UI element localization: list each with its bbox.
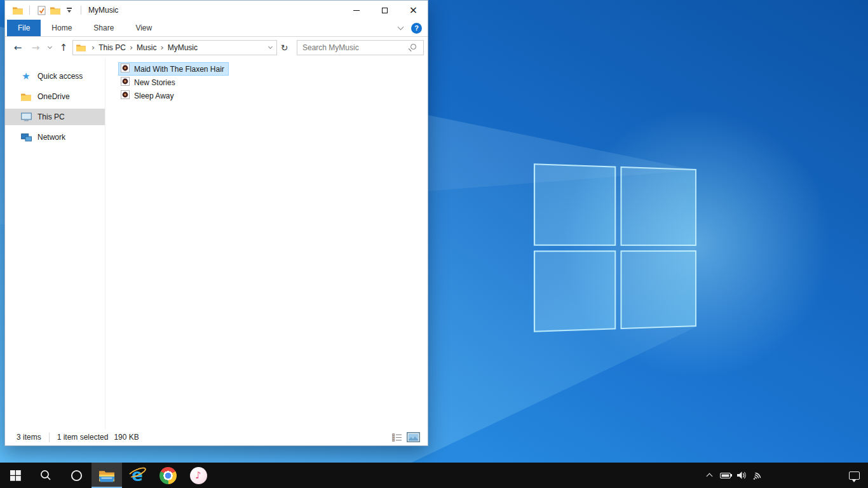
customize-line-icon xyxy=(67,8,72,9)
up-button[interactable]: ↑ xyxy=(55,39,72,56)
status-item-count: 3 items xyxy=(17,433,41,442)
qat-customize-button[interactable] xyxy=(62,3,76,17)
forward-button[interactable]: → xyxy=(27,39,44,56)
sidebar-item-label: Network xyxy=(37,133,65,142)
windows-logo xyxy=(534,163,696,332)
maximize-button[interactable] xyxy=(370,1,399,20)
file-explorer-icon xyxy=(98,469,115,482)
taskbar: e ♪ xyxy=(0,463,868,488)
sidebar-item-label: OneDrive xyxy=(37,92,70,101)
audio-file-icon xyxy=(121,90,130,101)
status-selection-size: 190 KB xyxy=(114,433,139,442)
breadcrumb-item-this-pc[interactable]: This PC xyxy=(98,43,126,52)
back-button[interactable]: ← xyxy=(9,39,27,56)
network-wifi-button[interactable] xyxy=(749,463,765,488)
minimize-button[interactable] xyxy=(342,1,370,20)
volume-button[interactable] xyxy=(733,463,749,488)
sidebar-item-label: This PC xyxy=(37,112,65,121)
window-title: MyMusic xyxy=(88,6,118,15)
quick-access-star-icon: ★ xyxy=(20,71,32,81)
system-tray xyxy=(702,463,868,488)
sidebar-item-onedrive[interactable]: OneDrive xyxy=(5,88,105,105)
sidebar-item-network[interactable]: Network xyxy=(5,129,105,146)
window-folder-icon xyxy=(11,3,25,17)
window-controls: × xyxy=(342,1,428,20)
qat-properties-button[interactable] xyxy=(34,3,48,17)
minimize-icon xyxy=(353,10,360,11)
file-list: Maid With The Flaxen Hair New Stories Sl… xyxy=(105,58,428,429)
qat-new-folder-button[interactable] xyxy=(48,3,62,17)
chevron-up-icon xyxy=(707,473,713,480)
file-name: New Stories xyxy=(134,78,175,87)
breadcrumb-item-music[interactable]: Music xyxy=(137,43,156,52)
status-divider xyxy=(49,433,50,442)
close-icon: × xyxy=(409,5,417,15)
chevron-down-icon xyxy=(268,44,272,49)
search-icon xyxy=(40,470,51,481)
taskbar-file-explorer-button[interactable] xyxy=(92,463,122,488)
breadcrumb-chevron-icon: › xyxy=(156,43,167,52)
sidebar-item-this-pc[interactable]: This PC xyxy=(5,109,105,125)
ribbon-right-controls: ? xyxy=(398,20,422,36)
address-bar[interactable]: › This PC › Music › MyMusic xyxy=(72,40,277,55)
recent-locations-button[interactable] xyxy=(44,39,55,56)
window-body: ★ Quick access OneDrive This PC Network xyxy=(5,58,428,429)
taskbar-itunes-button[interactable]: ♪ xyxy=(183,463,214,488)
view-toggles xyxy=(392,432,420,442)
file-name: Maid With The Flaxen Hair xyxy=(134,65,224,74)
start-button[interactable] xyxy=(0,463,31,488)
expand-ribbon-chevron-icon[interactable] xyxy=(398,24,404,30)
status-selection: 1 item selected xyxy=(57,433,109,442)
search-box xyxy=(297,40,424,55)
windows-logo-pane xyxy=(534,163,616,245)
sidebar-item-quick-access[interactable]: ★ Quick access xyxy=(5,68,105,85)
file-row[interactable]: Sleep Away xyxy=(118,89,179,102)
audio-file-icon xyxy=(121,77,130,88)
titlebar-separator xyxy=(81,6,81,15)
titlebar[interactable]: MyMusic × xyxy=(5,1,428,20)
titlebar-separator xyxy=(29,6,30,15)
action-center-button[interactable] xyxy=(840,463,868,488)
search-icon[interactable] xyxy=(410,44,416,50)
sidebar-item-label: Quick access xyxy=(37,72,83,81)
large-icons-view-button[interactable] xyxy=(407,432,420,442)
status-bar: 3 items 1 item selected 190 KB xyxy=(5,429,428,445)
close-button[interactable]: × xyxy=(399,1,428,20)
windows-logo-pane xyxy=(534,250,616,332)
itunes-icon: ♪ xyxy=(190,467,207,484)
battery-button[interactable] xyxy=(717,463,733,488)
file-name: Sleep Away xyxy=(134,92,174,100)
taskbar-chrome-button[interactable] xyxy=(153,463,183,488)
network-icon xyxy=(20,132,32,142)
cortana-circle-icon xyxy=(71,470,83,482)
address-dropdown-button[interactable] xyxy=(264,40,276,55)
file-row[interactable]: Maid With The Flaxen Hair xyxy=(118,62,229,76)
ribbon-tab-bar: File Home Share View ? xyxy=(5,20,428,37)
speaker-icon xyxy=(736,470,747,480)
action-center-icon xyxy=(849,471,860,480)
help-button[interactable]: ? xyxy=(411,23,422,34)
windows-logo-pane xyxy=(620,250,696,330)
refresh-button[interactable]: ↻ xyxy=(277,40,292,55)
search-input[interactable] xyxy=(297,41,423,55)
taskbar-internet-explorer-button[interactable]: e xyxy=(122,463,153,488)
this-pc-monitor-icon xyxy=(20,112,32,122)
windows-logo-pane xyxy=(620,166,696,246)
details-view-button[interactable] xyxy=(392,433,402,442)
file-explorer-window: MyMusic × File Home Share View ? ← → ↑ ›… xyxy=(4,0,428,446)
tab-view[interactable]: View xyxy=(125,20,163,36)
tab-file[interactable]: File xyxy=(7,20,41,36)
taskbar-search-button[interactable] xyxy=(31,463,61,488)
folder-icon xyxy=(20,92,32,102)
audio-file-icon xyxy=(121,64,130,74)
battery-icon xyxy=(720,473,731,478)
show-hidden-icons-button[interactable] xyxy=(702,463,717,488)
windows-start-icon xyxy=(10,470,21,481)
chrome-icon xyxy=(159,467,177,484)
breadcrumb-item-mymusic[interactable]: MyMusic xyxy=(168,43,198,52)
tab-share[interactable]: Share xyxy=(83,20,125,36)
cortana-button[interactable] xyxy=(61,463,92,488)
navigation-pane: ★ Quick access OneDrive This PC Network xyxy=(5,58,105,429)
file-row[interactable]: New Stories xyxy=(118,76,180,89)
tab-home[interactable]: Home xyxy=(41,20,83,36)
